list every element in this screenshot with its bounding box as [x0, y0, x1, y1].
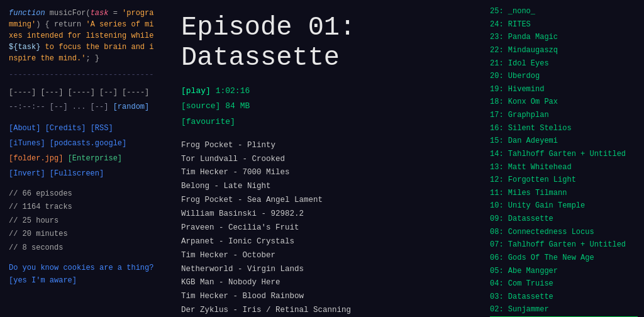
playlist-item[interactable]: 05: Abe Mangger: [490, 265, 638, 278]
playlist-item[interactable]: 04: Com Truise: [490, 277, 638, 291]
playlist-item[interactable]: 21: Idol Eyes: [490, 57, 638, 70]
code-equals: =: [108, 9, 122, 18]
playlist-num: 09:: [490, 214, 508, 223]
playlist-title: Uberdog: [508, 72, 540, 81]
track-item[interactable]: KGB Man - Nobody Here: [181, 276, 472, 290]
code-close: ; }: [86, 54, 99, 63]
playlist-num: 20:: [490, 72, 508, 81]
playlist-item[interactable]: 19: Hivemind: [490, 83, 638, 96]
playlist-title: Tahlhoff Garten + Untitled: [508, 240, 626, 249]
track-item[interactable]: Tim Hecker - October: [181, 249, 472, 263]
playlist-num: 13:: [490, 163, 508, 172]
random-btn[interactable]: [random]: [113, 103, 150, 111]
episode-title: Episode 01: Datassette: [181, 13, 472, 74]
playlist-item[interactable]: 18: Konx Om Pax: [490, 96, 638, 109]
playlist-item[interactable]: 02: Sunjammer: [490, 303, 638, 316]
playlist-title: Konx Om Pax: [508, 97, 558, 106]
playlist-item[interactable]: 08: Connectedness Locus: [490, 226, 638, 239]
stat-tracks: // 1164 tracks: [9, 201, 161, 214]
folder-link[interactable]: [folder.jpg]: [9, 154, 63, 163]
favourite-btn[interactable]: [favourite]: [181, 117, 235, 126]
playlist-num: 10:: [490, 201, 508, 210]
playlist-num: 08:: [490, 228, 508, 236]
playlist-item[interactable]: 24: RITES: [490, 18, 638, 31]
playlist-item[interactable]: 07: Tahlhoff Garten + Untitled: [490, 238, 638, 252]
rss-link[interactable]: [RSS]: [91, 124, 113, 133]
nav-btn-4[interactable]: [--]: [99, 88, 118, 97]
track-item[interactable]: Frog Pocket - Sea Angel Lament: [181, 194, 472, 208]
fullscreen-link[interactable]: [Fullscreen]: [50, 169, 104, 178]
playlist-item[interactable]: 10: Unity Gain Temple: [490, 199, 638, 213]
playlist-item[interactable]: 12: Forgotten Light: [490, 174, 638, 187]
invert-link[interactable]: [Invert]: [9, 169, 45, 178]
podcasts-link[interactable]: [podcasts.google]: [50, 139, 126, 148]
playlist-num: 07:: [490, 240, 508, 249]
nav-btn-3[interactable]: [----]: [68, 88, 95, 97]
playlist-item[interactable]: 03: Datassette: [490, 291, 638, 304]
playlist-title: Datassette: [508, 292, 553, 301]
playlist-item[interactable]: 17: Graphplan: [490, 109, 638, 122]
playlist-num: 23:: [490, 33, 508, 42]
track-item[interactable]: Arpanet - Ionic Crystals: [181, 235, 472, 249]
itunes-link[interactable]: [iTunes]: [9, 139, 45, 148]
playlist-title: Dan Adeyemi: [508, 136, 558, 145]
playlist-title: Miles Tilmann: [508, 189, 567, 197]
links-row2: [iTunes] [podcasts.google]: [9, 136, 161, 151]
right-panel: 25: _nono_24: RITES23: Panda Magic22: Mi…: [484, 0, 644, 317]
playlist-num: 11:: [490, 189, 508, 197]
playlist-title: Idol Eyes: [508, 59, 549, 68]
track-item[interactable]: Tim Hecker - Blood Rainbow: [181, 290, 472, 304]
credits-link[interactable]: [Credits]: [45, 124, 86, 133]
source-row: [source] 84 MB: [181, 99, 472, 114]
track-item[interactable]: Belong - Late Night: [181, 180, 472, 194]
tracklist: Frog Pocket - PlintyTor Lundvall - Crook…: [181, 139, 472, 317]
nav-btn-1[interactable]: [----]: [9, 88, 36, 97]
cookie-yes-link[interactable]: [yes I'm aware]: [9, 274, 161, 287]
playlist-title: Sunjammer: [508, 305, 549, 314]
track-item[interactable]: Tor Lundvall - Crooked: [181, 153, 472, 167]
favourite-row: [favourite]: [181, 114, 472, 130]
playlist-item[interactable]: 25: _nono_: [490, 5, 638, 18]
playlist-item[interactable]: 14: Tahlhoff Garten + Untitled: [490, 148, 638, 161]
playlist-item[interactable]: 16: Silent Stelios: [490, 122, 638, 135]
playlist-item[interactable]: 13: Matt Whitehead: [490, 161, 638, 174]
play-button[interactable]: [play]: [181, 86, 211, 96]
track-item[interactable]: Praveen - Cecilia's Fruit: [181, 221, 472, 235]
play-row: [play] 1:02:16: [181, 84, 472, 99]
stat-seconds: // 8 seconds: [9, 242, 161, 255]
function-name: musicFor(: [50, 9, 91, 18]
source-label[interactable]: [source]: [181, 101, 220, 111]
playlist-item[interactable]: 09: Datassette: [490, 213, 638, 226]
playlist-title: Graphplan: [508, 111, 549, 120]
playlist-title: Silent Stelios: [508, 124, 572, 133]
about-link[interactable]: [About]: [9, 124, 40, 133]
playlist-item[interactable]: 11: Miles Tilmann: [490, 187, 638, 200]
playlist-num: 22:: [490, 46, 508, 55]
playlist-num: 14:: [490, 150, 508, 158]
playlist-item[interactable]: 22: Mindaugaszq: [490, 44, 638, 57]
playlist-item[interactable]: 23: Panda Magic: [490, 31, 638, 44]
episode-meta: [play] 1:02:16 [source] 84 MB [favourite…: [181, 84, 472, 130]
playlist-num: 06:: [490, 253, 508, 262]
track-item[interactable]: Frog Pocket - Plinty: [181, 139, 472, 153]
playlist-title: Unity Gain Temple: [508, 201, 585, 210]
track-item[interactable]: Der Zyklus - Iris / Retinal Scanning: [181, 304, 472, 317]
source-size-val: 84 MB: [225, 101, 250, 111]
stat-minutes: // 20 minutes: [9, 228, 161, 242]
duration-value: 1:02:16: [216, 86, 250, 96]
divider: --------------------------------: [9, 70, 161, 79]
time-display: --:--:-- [--] ... [--]: [9, 103, 113, 111]
playlist-item[interactable]: 15: Dan Adeyemi: [490, 135, 638, 148]
nav-btn-2[interactable]: [---]: [40, 88, 63, 97]
track-item[interactable]: Netherworld - Virgin Lands: [181, 263, 472, 277]
track-item[interactable]: William Basinski - 92982.2: [181, 208, 472, 221]
middle-panel: Episode 01: Datassette [play] 1:02:16 [s…: [170, 0, 484, 317]
playlist-title: Com Truise: [508, 279, 553, 288]
playlist-item[interactable]: 20: Uberdog: [490, 70, 638, 83]
enterprise-link[interactable]: [Enterprise]: [68, 154, 122, 163]
playlist-item[interactable]: 06: Gods Of The New Age: [490, 252, 638, 265]
nav-btn-5[interactable]: [----]: [122, 88, 149, 97]
track-item[interactable]: Tim Hecker - 7000 Miles: [181, 166, 472, 180]
links-row1: [About] [Credits] [RSS]: [9, 121, 161, 136]
left-panel: function musicFor(task = 'programming') …: [0, 0, 170, 317]
